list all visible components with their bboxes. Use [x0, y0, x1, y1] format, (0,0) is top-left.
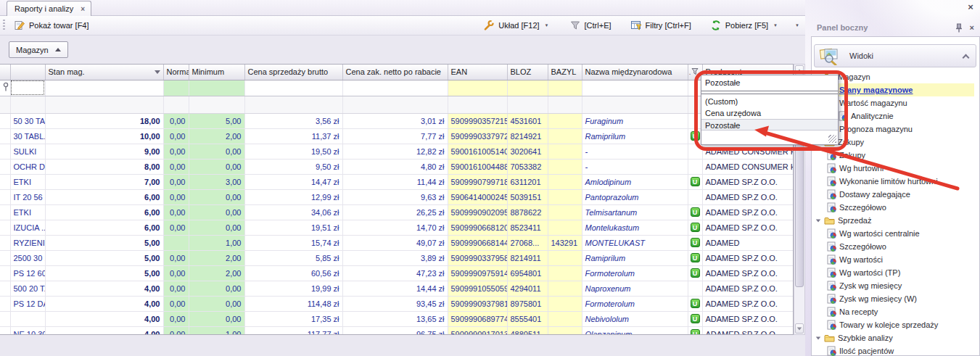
tree-item[interactable]: Sprzedaż	[812, 214, 974, 227]
ean-cell: 5909990975914	[448, 265, 507, 281]
net-price-cell: 4,80 zł	[342, 159, 448, 174]
bazyl-cell	[548, 204, 582, 220]
table-row[interactable]: 2500 30 ... 5,00 0,00 2,00 5,85 zł 3,89 …	[0, 250, 793, 265]
filter-cell-brutto[interactable]	[244, 80, 342, 96]
col-header-norma[interactable]: Norma	[163, 65, 189, 80]
tree-item[interactable]: Wg wartości	[812, 253, 974, 266]
net-price-cell: 9,63 zł	[342, 189, 448, 204]
quick-filter-button[interactable]: [Ctrl+E]	[565, 17, 616, 33]
expander-icon[interactable]	[815, 219, 821, 223]
expander-icon[interactable]	[815, 336, 821, 340]
col-header-bloz[interactable]: BLOZ	[507, 65, 548, 80]
filter-pin-cell[interactable]	[0, 80, 10, 96]
tree-item[interactable]: Wg wartości centralnie	[812, 227, 974, 240]
filter-caret-icon[interactable]	[155, 70, 160, 74]
table-row[interactable]: PS 12 60 ... 5,00 0,00 2,00 60,56 zł 47,…	[0, 265, 793, 281]
tree-item[interactable]: Zysk wg miesięcy	[812, 279, 974, 292]
col-header-u[interactable]: .	[688, 65, 702, 80]
dropdown-item[interactable]: Cena urzędowa	[701, 107, 838, 119]
col-header-bazyl[interactable]: BAZYL	[548, 65, 582, 80]
group-by-magazyn-button[interactable]: Magazyn	[9, 41, 68, 58]
layout-button[interactable]: Układ [F12] ▼	[479, 17, 554, 33]
table-row[interactable]: RYZIENI... 5,00 1,00 15,74 zł 49,07 zł 5…	[0, 235, 793, 250]
filter-cell-u[interactable]	[688, 80, 702, 96]
tree-item[interactable]: Wg wartości (TP)	[812, 266, 974, 279]
window-close-icon[interactable]: ×	[964, 1, 977, 13]
download-caret-icon[interactable]: ▼	[772, 23, 779, 28]
toolbar-overflow-icon[interactable]: ▼	[794, 23, 801, 28]
tree-item[interactable]: Wykonanie limitów hurtowni	[812, 175, 974, 188]
toolbar-grip[interactable]	[3, 20, 5, 31]
tree-item[interactable]: Na recepty	[812, 305, 974, 318]
close-panel-icon[interactable]: ×	[970, 23, 974, 32]
tree-item[interactable]: Szczegółowo	[812, 240, 974, 253]
product-name-cell: IT 20 56 ...	[10, 189, 45, 204]
row-indicator-cell	[0, 113, 10, 128]
col-header-indicator[interactable]	[0, 65, 10, 80]
tree-item[interactable]: Szybkie analizy	[812, 331, 974, 344]
download-button[interactable]: Pobierz [F5] ▼	[706, 17, 783, 33]
filter-cell-intl[interactable]	[582, 80, 688, 96]
table-row[interactable]: ETKI 7,00 0,00 3,00 14,47 zł 11,44 zł 59…	[0, 174, 793, 189]
report-icon	[827, 268, 836, 278]
table-row[interactable]: IZUCIA ... 6,00 0,00 0,00 19,51 zł 14,70…	[0, 220, 793, 235]
collapse-chevron-icon[interactable]	[963, 54, 970, 61]
col-header-stan[interactable]: Stan mag.	[45, 65, 163, 80]
pin-panel-icon[interactable]	[955, 23, 963, 33]
tree-item[interactable]: Wg hurtowni	[812, 162, 974, 175]
tab-raporty-i-analizy[interactable]: Raporty i analizy ×	[7, 1, 91, 16]
show-item-button[interactable]: Pokaż towar [F4]	[9, 17, 94, 33]
tree-item[interactable]: Zysk wg miesięcy (W)	[812, 292, 974, 305]
table-row[interactable]: NE 10 30 ... 4,00 0,00 1,00 117,77 zł 96…	[0, 326, 793, 335]
filter-cell-bloz[interactable]	[507, 80, 548, 96]
col-header-ean[interactable]: EAN	[448, 65, 507, 80]
u-badge: U	[691, 299, 700, 308]
col-header-netto[interactable]: Cena zak. netto po rabacie	[342, 65, 448, 80]
filter-cell-stan[interactable]	[45, 80, 163, 96]
dropdown-resize-grip[interactable]	[828, 135, 836, 143]
filter-cell-minimum[interactable]	[189, 80, 244, 96]
stock-cell: 5,00	[45, 265, 163, 281]
tree-item[interactable]: Ilość pacjentów	[812, 344, 974, 356]
col-header-minimum[interactable]: Minimum	[189, 65, 244, 80]
views-group-header[interactable]: Widoki	[814, 44, 976, 67]
filter-cell-name[interactable]	[10, 80, 45, 96]
layout-caret-icon[interactable]: ▼	[543, 23, 551, 28]
scroll-down-button[interactable]	[795, 323, 804, 334]
col-header-intl[interactable]: Nazwa międzynarodowa	[582, 65, 688, 80]
table-row[interactable]: IT 20 56 ... 6,00 0,00 0,00 12,99 zł 9,6…	[0, 189, 793, 204]
tree-item[interactable]: Dostawy zalegające	[812, 188, 974, 201]
dropdown-item[interactable]: (Custom)	[701, 96, 838, 107]
tree-item[interactable]: Szczegółowo	[812, 201, 974, 214]
bazyl-cell	[548, 311, 582, 326]
table-row[interactable]: ETKI 6,00 0,00 0,00 34,06 zł 26,25 zł 59…	[0, 204, 793, 220]
bloz-cell: 27068...	[507, 235, 548, 250]
tree-item[interactable]: Zakupy	[812, 149, 974, 162]
table-row[interactable]: 30 TABL... 10,00 0,00 2,00 11,37 zł 7,77…	[0, 128, 793, 144]
net-price-cell: 26,25 zł	[342, 204, 448, 220]
dropdown-item[interactable]: Pozostałe	[701, 119, 838, 131]
table-row[interactable]: 500 20 T... 4,00 0,00 0,00 19,99 zł 14,4…	[0, 281, 793, 296]
table-row[interactable]: OCHR D... 8,00 0,00 0,00 9,50 zł 4,80 zł…	[0, 159, 793, 174]
producer-cell: ADAMED SP.Z O.O.	[702, 189, 793, 204]
gross-price-cell: 17,35 zł	[244, 311, 342, 326]
table-row[interactable]: 50 30 TA... 18,00 0,00 5,00 3,56 zł 3,01…	[0, 113, 793, 128]
stock-cell: 6,00	[45, 220, 163, 235]
col-header-name[interactable]	[10, 65, 45, 80]
scroll-up-button[interactable]	[795, 65, 804, 75]
report-icon	[827, 307, 836, 317]
ean-cell: 5906414000245	[448, 189, 507, 204]
filter-cell-norma[interactable]	[163, 80, 189, 96]
wrench-icon	[483, 20, 495, 31]
dropdown-editor-value[interactable]: Pozostałe	[701, 75, 838, 90]
filters-button[interactable]: Filtry [Ctrl+F]	[626, 17, 696, 33]
table-row[interactable]: PS 12 DA... 4,00 0,00 0,00 114,48 zł 93,…	[0, 296, 793, 311]
filter-cell-netto[interactable]	[342, 80, 448, 96]
table-row[interactable]: SULKI 9,00 0,00 0,00 19,50 zł 12,82 zł 5…	[0, 144, 793, 159]
table-row[interactable]: 4,00 0,00 0,00 17,35 zł 13,65 zł 5909990…	[0, 311, 793, 326]
tree-item[interactable]: Towary w kolejce sprzedaży	[812, 318, 974, 331]
filter-cell-ean[interactable]	[448, 80, 507, 96]
filter-cell-bazyl[interactable]	[548, 80, 582, 96]
tab-close-icon[interactable]: ×	[81, 5, 85, 13]
col-header-brutto[interactable]: Cena sprzedaży brutto	[244, 65, 342, 80]
